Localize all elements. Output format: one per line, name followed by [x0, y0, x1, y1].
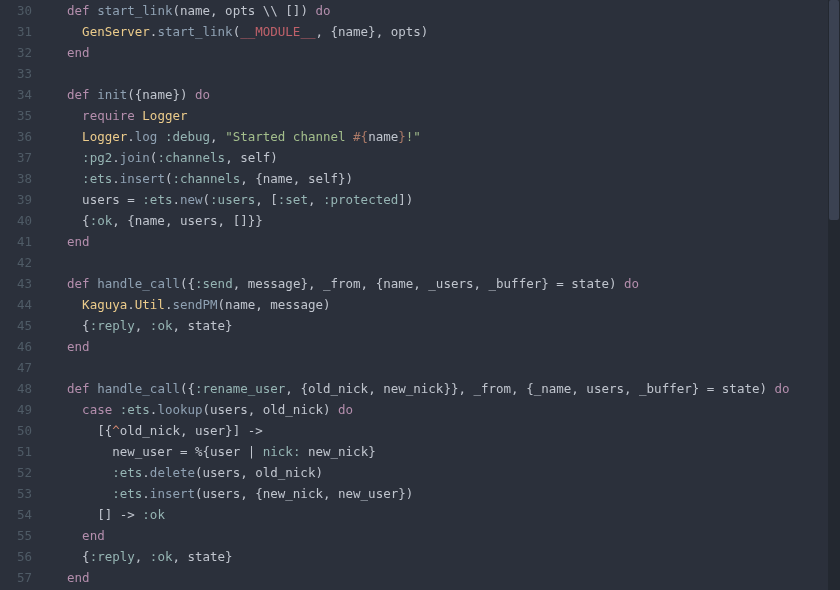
line-number: 42 [0, 252, 32, 273]
code-line[interactable]: end [52, 567, 828, 588]
code-line[interactable]: Kaguya.Util.sendPM(name, message) [52, 294, 828, 315]
code-line[interactable]: Logger.log :debug, "Started channel #{na… [52, 126, 828, 147]
code-line[interactable]: :ets.insert(:channels, {name, self}) [52, 168, 828, 189]
line-number: 57 [0, 567, 32, 588]
line-number-gutter: 3031323334353637383940414243444546474849… [0, 0, 42, 590]
code-content[interactable]: def start_link(name, opts \\ []) do GenS… [42, 0, 828, 590]
code-line[interactable]: {:ok, {name, users, []}} [52, 210, 828, 231]
line-number: 41 [0, 231, 32, 252]
code-line[interactable] [52, 252, 828, 273]
line-number: 36 [0, 126, 32, 147]
line-number: 34 [0, 84, 32, 105]
code-line[interactable]: def init({name}) do [52, 84, 828, 105]
code-line[interactable]: def handle_call({:rename_user, {old_nick… [52, 378, 828, 399]
code-line[interactable]: [{^old_nick, user}] -> [52, 420, 828, 441]
code-line[interactable]: users = :ets.new(:users, [:set, :protect… [52, 189, 828, 210]
line-number: 39 [0, 189, 32, 210]
code-line[interactable]: require Logger [52, 105, 828, 126]
line-number: 48 [0, 378, 32, 399]
code-line[interactable]: {:reply, :ok, state} [52, 546, 828, 567]
code-line[interactable]: case :ets.lookup(users, old_nick) do [52, 399, 828, 420]
line-number: 45 [0, 315, 32, 336]
code-line[interactable]: :ets.insert(users, {new_nick, new_user}) [52, 483, 828, 504]
code-line[interactable] [52, 357, 828, 378]
line-number: 40 [0, 210, 32, 231]
code-line[interactable]: def handle_call({:send, message}, _from,… [52, 273, 828, 294]
line-number: 44 [0, 294, 32, 315]
line-number: 50 [0, 420, 32, 441]
code-line[interactable] [52, 63, 828, 84]
line-number: 54 [0, 504, 32, 525]
code-line[interactable]: GenServer.start_link(__MODULE__, {name},… [52, 21, 828, 42]
code-line[interactable]: def start_link(name, opts \\ []) do [52, 0, 828, 21]
line-number: 37 [0, 147, 32, 168]
line-number: 47 [0, 357, 32, 378]
code-line[interactable]: :pg2.join(:channels, self) [52, 147, 828, 168]
line-number: 46 [0, 336, 32, 357]
line-number: 56 [0, 546, 32, 567]
code-line[interactable]: end [52, 525, 828, 546]
line-number: 38 [0, 168, 32, 189]
line-number: 32 [0, 42, 32, 63]
line-number: 43 [0, 273, 32, 294]
code-editor: 3031323334353637383940414243444546474849… [0, 0, 840, 590]
vertical-scrollbar-track[interactable] [828, 0, 840, 590]
code-line[interactable]: {:reply, :ok, state} [52, 315, 828, 336]
code-line[interactable]: end [52, 42, 828, 63]
line-number: 35 [0, 105, 32, 126]
vertical-scrollbar-thumb[interactable] [829, 0, 839, 220]
line-number: 33 [0, 63, 32, 84]
code-line[interactable]: end [52, 336, 828, 357]
code-line[interactable]: new_user = %{user | nick: new_nick} [52, 441, 828, 462]
line-number: 31 [0, 21, 32, 42]
code-line[interactable]: :ets.delete(users, old_nick) [52, 462, 828, 483]
line-number: 49 [0, 399, 32, 420]
line-number: 55 [0, 525, 32, 546]
line-number: 52 [0, 462, 32, 483]
code-line[interactable]: end [52, 231, 828, 252]
code-line[interactable]: [] -> :ok [52, 504, 828, 525]
line-number: 51 [0, 441, 32, 462]
line-number: 30 [0, 0, 32, 21]
line-number: 53 [0, 483, 32, 504]
